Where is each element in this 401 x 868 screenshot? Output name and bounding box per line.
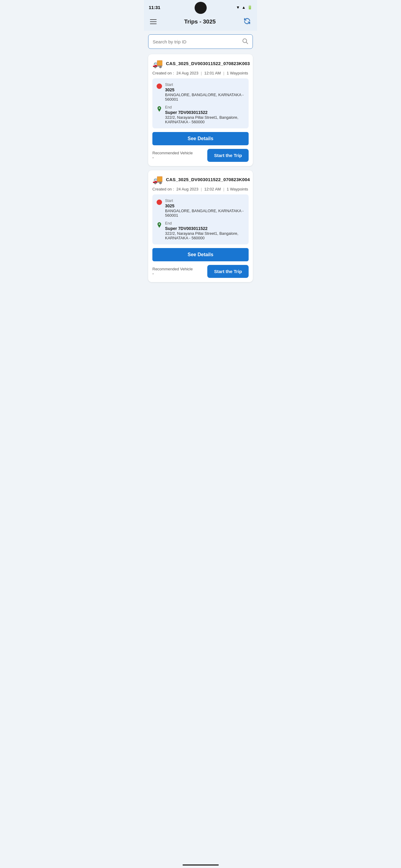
hamburger-menu-button[interactable]	[149, 18, 158, 25]
created-label: Created on :	[152, 187, 174, 191]
page-title: Trips - 3025	[184, 19, 216, 25]
end-sub: 322/2, Narayana Pillai Street1, Bangalor…	[165, 115, 245, 124]
meta-divider-2: |	[223, 71, 224, 75]
start-label: Start	[165, 83, 245, 87]
route-box: Start 3025 BANGALORE, BANGALORE, KARNATA…	[152, 194, 249, 244]
end-point: End Super 7DV003011522 322/2, Narayana P…	[156, 221, 245, 240]
waypoints: 1 Waypoints	[227, 187, 248, 191]
meta-divider-1: |	[201, 71, 202, 75]
recommended-label: Recommended Vehicle	[152, 151, 193, 155]
end-info: End Super 7DV003011522 322/2, Narayana P…	[165, 105, 245, 124]
recommended-vehicle: Recommended Vehicle -	[152, 151, 193, 160]
card-header: 🚚 CAS_3025_DV003011522_070823K004	[148, 170, 253, 186]
trip-card: 🚚 CAS_3025_DV003011522_070823K004 Create…	[148, 170, 253, 282]
end-sub: 322/2, Narayana Pillai Street1, Bangalor…	[165, 231, 245, 240]
trip-id: CAS_3025_DV003011522_070823K003	[166, 61, 250, 66]
start-info: Start 3025 BANGALORE, BANGALORE, KARNATA…	[165, 198, 245, 218]
end-main: Super 7DV003011522	[165, 226, 245, 231]
trip-time: 12:01 AM	[204, 71, 221, 75]
start-point: Start 3025 BANGALORE, BANGALORE, KARNATA…	[156, 198, 245, 218]
refresh-icon	[243, 17, 251, 25]
start-trip-button[interactable]: Start the Trip	[207, 149, 249, 162]
start-label: Start	[165, 198, 245, 203]
card-meta: Created on : 24 Aug 2023 | 12:01 AM | 1 …	[148, 70, 253, 79]
start-sub: BANGALORE, BANGALORE, KARNATAKA - 560001	[165, 209, 245, 218]
see-details-button[interactable]: See Details	[152, 248, 249, 261]
refresh-button[interactable]	[242, 16, 252, 27]
nav-bar: Trips - 3025	[144, 13, 257, 31]
recommended-value: -	[152, 155, 193, 160]
trip-card: 🚚 CAS_3025_DV003011522_070823K003 Create…	[148, 54, 253, 166]
wifi-icon: ▼	[236, 5, 240, 10]
start-icon	[156, 199, 162, 205]
card-bottom: Recommended Vehicle - Start the Trip	[148, 145, 253, 166]
search-icon	[242, 38, 248, 45]
route-box: Start 3025 BANGALORE, BANGALORE, KARNATA…	[152, 79, 249, 128]
camera-notch	[195, 2, 207, 14]
card-meta: Created on : 24 Aug 2023 | 12:02 AM | 1 …	[148, 186, 253, 194]
status-icons: ▼ ▲ 🔋	[236, 5, 252, 10]
start-sub: BANGALORE, BANGALORE, KARNATAKA - 560001	[165, 93, 245, 101]
created-date: 24 Aug 2023	[176, 187, 199, 191]
start-info: Start 3025 BANGALORE, BANGALORE, KARNATA…	[165, 83, 245, 101]
pin-icon	[156, 222, 162, 229]
start-main: 3025	[165, 87, 245, 92]
end-point: End Super 7DV003011522 322/2, Narayana P…	[156, 105, 245, 124]
battery-icon: 🔋	[248, 5, 252, 10]
recommended-value: -	[152, 271, 193, 276]
svg-line-1	[246, 42, 248, 44]
search-input[interactable]	[153, 39, 239, 44]
pin-icon	[156, 106, 162, 113]
card-header: 🚚 CAS_3025_DV003011522_070823K003	[148, 54, 253, 70]
truck-icon: 🚚	[152, 59, 163, 68]
created-label: Created on :	[152, 71, 174, 75]
cards-container: 🚚 CAS_3025_DV003011522_070823K003 Create…	[144, 53, 257, 286]
signal-icon: ▲	[242, 5, 246, 10]
meta-divider-2: |	[223, 187, 224, 191]
card-bottom: Recommended Vehicle - Start the Trip	[148, 261, 253, 282]
search-container	[144, 31, 257, 53]
created-date: 24 Aug 2023	[176, 71, 199, 75]
waypoints: 1 Waypoints	[227, 71, 248, 75]
end-label: End	[165, 105, 245, 110]
trip-id: CAS_3025_DV003011522_070823K004	[166, 177, 250, 182]
end-main: Super 7DV003011522	[165, 110, 245, 115]
start-point: Start 3025 BANGALORE, BANGALORE, KARNATA…	[156, 83, 245, 101]
trip-time: 12:02 AM	[204, 187, 221, 191]
end-icon	[156, 222, 162, 229]
recommended-label: Recommended Vehicle	[152, 267, 193, 271]
start-icon	[156, 84, 162, 89]
start-trip-button[interactable]: Start the Trip	[207, 265, 249, 278]
truck-icon: 🚚	[152, 175, 163, 184]
start-main: 3025	[165, 204, 245, 208]
meta-divider-1: |	[201, 187, 202, 191]
see-details-button[interactable]: See Details	[152, 132, 249, 145]
end-icon	[156, 106, 162, 113]
end-info: End Super 7DV003011522 322/2, Narayana P…	[165, 221, 245, 240]
end-label: End	[165, 221, 245, 225]
search-box	[148, 34, 253, 49]
recommended-vehicle: Recommended Vehicle -	[152, 267, 193, 276]
status-time: 11:31	[149, 5, 160, 10]
